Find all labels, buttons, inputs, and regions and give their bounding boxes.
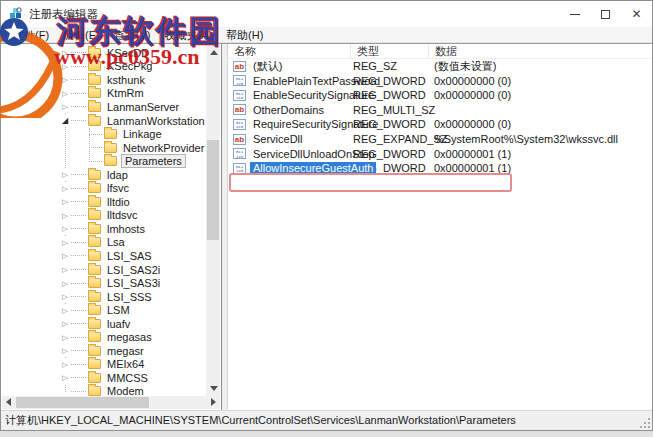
scroll-right-icon[interactable] (211, 398, 216, 406)
titlebar[interactable]: 注册表编辑器 ✕ (1, 1, 652, 27)
tree-row[interactable]: ▷ LSI_SAS3i (1, 276, 205, 290)
tree-expander-icon[interactable]: ▷ (59, 317, 71, 330)
registry-value-row[interactable]: 011110 AllowInsecureGuestAuth REG_DWORD … (228, 161, 652, 176)
value-type: REG_EXPAND_SZ (351, 133, 429, 145)
tree-row[interactable]: ▷ lltdsvc (1, 209, 205, 223)
registry-value-row[interactable]: ab (默认) REG_SZ (数值未设置) (228, 59, 652, 74)
tree-row[interactable]: ▷ lltdio (1, 195, 205, 209)
tree-row[interactable]: ▷ LSI_SAS2i (1, 263, 205, 277)
tree-row[interactable]: ▷ Lsa (1, 236, 205, 250)
registry-value-row[interactable]: ab OtherDomains REG_MULTI_SZ (228, 103, 652, 118)
tree-expander-icon[interactable]: ▷ (59, 371, 71, 384)
column-header-name[interactable]: 名称 (228, 44, 351, 59)
tree-connector-dash (71, 188, 86, 189)
menu-item[interactable]: 文件(F) (6, 27, 56, 43)
tree-row[interactable]: ▷ LSM (1, 303, 205, 317)
folder-icon (88, 183, 101, 193)
client-area: ▷ KSecDD ▷ KSecPkg ▷ ksthunk ▷ KtmRm ▷ L… (1, 43, 652, 410)
dword-value-icon: 011110 (233, 75, 246, 86)
menu-item[interactable]: 帮助(H) (219, 27, 270, 43)
tree-expander-icon[interactable]: ▷ (59, 100, 71, 113)
value-name-cell: ab ServiceDll (228, 133, 351, 145)
column-header-data[interactable]: 数据 (429, 44, 652, 59)
tree-row[interactable]: ▷ megasr (1, 344, 205, 358)
registry-value-row[interactable]: 011110 EnableSecuritySignature REG_DWORD… (228, 88, 652, 103)
folder-icon (88, 373, 101, 383)
tree-row[interactable]: ▷ ksthunk (1, 73, 205, 87)
menu-item[interactable]: 查看(V) (107, 27, 158, 43)
tree-expander-icon[interactable]: ▷ (59, 168, 71, 181)
tree-expander-icon[interactable]: ▷ (59, 331, 71, 344)
tree-connector-dash (71, 296, 86, 297)
tree-row[interactable]: NetworkProvider (1, 141, 205, 155)
tree-row[interactable]: ▷ luafv (1, 317, 205, 331)
tree-horizontal-scrollbar[interactable] (2, 396, 220, 409)
tree-expander-icon[interactable]: ◢ (59, 114, 71, 127)
tree-connector-dash (71, 391, 86, 392)
tree-expander-icon[interactable]: ▷ (59, 277, 71, 290)
tree-row[interactable]: ▷ KSecDD (1, 46, 205, 60)
tree-row[interactable]: Modem (1, 385, 205, 396)
scroll-up-icon[interactable] (210, 50, 218, 55)
tree-expander-icon[interactable]: ▷ (59, 344, 71, 357)
registry-value-row[interactable]: ab ServiceDll REG_EXPAND_SZ %SystemRoot%… (228, 132, 652, 147)
tree-row[interactable]: ▷ KtmRm (1, 87, 205, 101)
value-name-cell: ab (默认) (228, 59, 351, 74)
value-data: 0x00000000 (0) (429, 89, 652, 101)
tree-row[interactable]: ▷ KSecPkg (1, 60, 205, 74)
tree-expander-icon[interactable]: ▷ (59, 46, 71, 59)
tree-row[interactable]: ◢ LanmanWorkstation (1, 114, 205, 128)
folder-icon (88, 224, 101, 234)
tree-vertical-scrollbar[interactable] (206, 45, 220, 396)
desktop: 注册表编辑器 ✕ 文件(F)编辑(E)查看(V)收藏夹(A)帮助(H) ▷ KS… (0, 0, 653, 437)
scrollbar-thumb[interactable] (207, 140, 219, 240)
registry-value-row[interactable]: 011110 ServiceDllUnloadOnStop REG_DWORD … (228, 146, 652, 161)
menu-item[interactable]: 收藏夹(A) (157, 27, 219, 43)
folder-icon (88, 359, 101, 369)
tree-expander-icon[interactable]: ▷ (59, 60, 71, 73)
tree-row[interactable]: ▷ lmhosts (1, 222, 205, 236)
folder-icon (88, 75, 101, 85)
tree-row[interactable]: ▷ MMCSS (1, 371, 205, 385)
statusbar: 计算机\HKEY_LOCAL_MACHINE\SYSTEM\CurrentCon… (1, 410, 652, 430)
tree-row[interactable]: ▷ LSI_SAS (1, 249, 205, 263)
tree-expander-icon[interactable]: ▷ (59, 73, 71, 86)
tree-row[interactable]: ▷ LSI_SSS (1, 290, 205, 304)
tree-row[interactable]: ▷ megasas (1, 330, 205, 344)
tree-row[interactable]: ▷ ldap (1, 168, 205, 182)
close-button[interactable]: ✕ (621, 1, 652, 27)
folder-icon (88, 346, 101, 356)
tree-expander-icon[interactable]: ▷ (59, 236, 71, 249)
scroll-down-icon[interactable] (210, 386, 218, 391)
tree-expander-icon[interactable]: ▷ (59, 222, 71, 235)
registry-value-row[interactable]: 011110 RequireSecuritySignature REG_DWOR… (228, 117, 652, 132)
menu-item[interactable]: 编辑(E) (56, 27, 107, 43)
maximize-button[interactable] (590, 1, 621, 27)
tree-row[interactable]: ▷ MEIx64 (1, 358, 205, 372)
scrollbar-thumb[interactable] (16, 397, 149, 408)
tree-expander-icon[interactable]: ▷ (59, 195, 71, 208)
resize-grip-icon[interactable] (637, 415, 650, 428)
tree-row[interactable]: ▷ LanmanServer (1, 100, 205, 114)
tree-connector-dash (71, 228, 86, 229)
minimize-button[interactable] (559, 1, 590, 27)
tree-expander-icon[interactable]: ▷ (59, 182, 71, 195)
tree-row[interactable]: Linkage (1, 127, 205, 141)
tree-connector-dash (71, 337, 86, 338)
scroll-left-icon[interactable] (6, 398, 11, 406)
tree-row[interactable]: ▷ lfsvc (1, 181, 205, 195)
tree-expander-icon[interactable]: ▷ (59, 358, 71, 371)
tree-key-label: lfsvc (105, 182, 131, 194)
tree-row[interactable]: Parameters (1, 154, 205, 168)
tree-expander-icon[interactable]: ▷ (59, 87, 71, 100)
tree-expander-icon[interactable]: ▷ (59, 263, 71, 276)
tree-expander-icon[interactable]: ▷ (59, 249, 71, 262)
tree-expander-icon[interactable]: ▷ (59, 209, 71, 222)
tree-key-label: lltdio (105, 196, 132, 208)
tree-expander-icon[interactable]: ▷ (59, 290, 71, 303)
column-header-type[interactable]: 类型 (351, 44, 429, 59)
value-name-cell: 011110 EnablePlainTextPassword (228, 75, 351, 87)
registry-value-row[interactable]: 011110 EnablePlainTextPassword REG_DWORD… (228, 74, 652, 89)
menubar: 文件(F)编辑(E)查看(V)收藏夹(A)帮助(H) (1, 27, 652, 43)
tree-expander-icon[interactable]: ▷ (59, 304, 71, 317)
